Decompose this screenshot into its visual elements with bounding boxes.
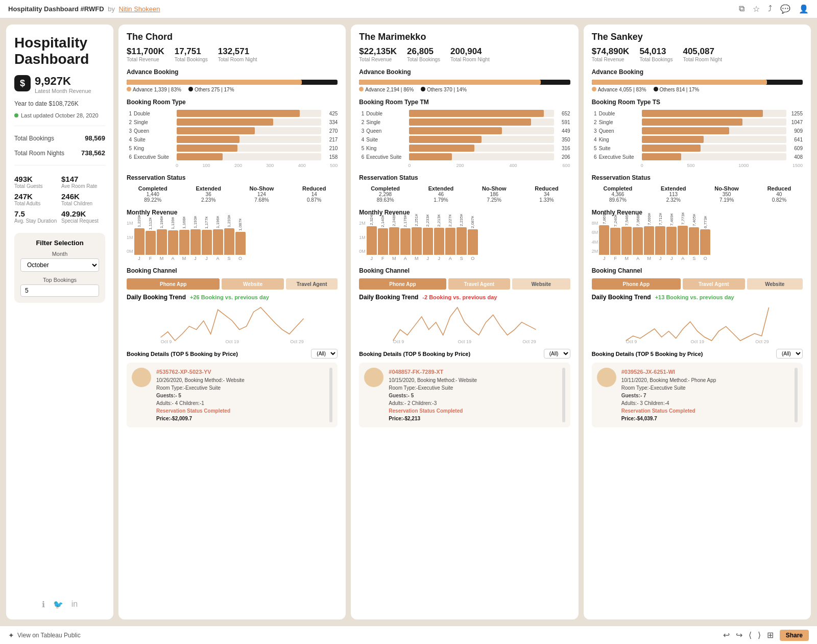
advance-booking-title: Advance Booking [359,68,570,76]
res-status-title: Resservation Status [592,174,803,181]
revenue-value: 9,927K [35,75,91,88]
ave-room-rate: $147 Ave Room Rate [61,175,105,189]
advance-booking-title: Advance Booking [127,68,338,76]
main-area: HospitalityDashboard $ 9,927K Latest Mon… [0,18,817,626]
author-link[interactable]: Nitin Shokeen [119,5,160,13]
total-room-nights-row: Total Room Nights 738,562 [14,148,105,158]
month-select[interactable]: October January February March April May… [20,258,99,272]
top-bar: Hospitality Dashboard #RWFD by Nitin Sho… [0,0,817,18]
advance-booking-bar: Advance 1,339 | 83% Others 275 | 17% [127,80,338,92]
total-children: 246K Total Children [61,192,105,206]
updated-label: Last updated October 28, 2020 [14,112,105,118]
svg-text:Oct 19: Oct 19 [690,339,704,343]
fwd-btn[interactable]: ⟩ [758,630,761,640]
share-icon[interactable]: ⤴ [768,4,772,14]
ytd-label: Year to date $108,726K [14,100,105,107]
top-bookings-label: Top Bookings [20,277,99,283]
share-button[interactable]: Share [780,630,809,641]
svg-text:Oct 29: Oct 29 [755,339,769,343]
star-icon[interactable]: ☆ [753,4,760,14]
booking-details-header: Booking Details (TOP 5 Booking by Price)… [592,349,803,359]
more-options[interactable]: ⊞ [767,630,774,640]
booking-id: #535762-XP-5023-YV [156,368,324,376]
res-status-title: Resservation Status [359,174,570,181]
monthly-revenue-chart: 2M1M0M2,324K J2,140K F2,248K M2,176K A2,… [359,220,570,261]
scroll-indicator[interactable] [562,368,565,422]
panel-sankey: The Sankey$74,890KTotal Revenue54,013Tot… [584,25,811,619]
svg-text:Oct 19: Oct 19 [225,339,239,343]
panels-area: The Chord$11,700KTotal Revenue17,751Tota… [118,25,811,619]
comment-icon[interactable]: 💬 [780,4,790,14]
room-type-row: 4 Suite 217 [127,136,338,143]
grid-stats: 493K Total Guests $147 Ave Room Rate 247… [14,175,105,224]
room-type-chart: 1 Double 6522 Single 5913 Queen 4494 Sui… [359,110,570,168]
dollar-icon: $ [14,75,31,91]
svg-text:Oct 29: Oct 29 [290,339,304,343]
divider-2 [14,165,105,165]
info-icon[interactable]: ℹ [42,600,45,609]
total-guests: 493K Total Guests [14,175,58,189]
room-type-row: 6 Executive Suite 408 [592,153,803,160]
daily-trend-chart: Oct 9 Oct 19 Oct 29 [359,305,570,345]
channel-bar-item: Phone App [359,278,446,290]
top-bar-icons: ⧉ ☆ ⤴ 💬 👤 [739,4,809,14]
room-type-row: 3 Queen 449 [359,127,570,134]
tableau-link-wrap[interactable]: ✦ View on Tableau Public [8,631,81,639]
user-icon[interactable]: 👤 [799,4,809,14]
scroll-indicator[interactable] [795,368,798,422]
booking-detail-select[interactable]: (All) [311,349,338,359]
room-type-row: 6 Executive Suite 158 [127,153,338,160]
twitter-icon[interactable]: 🐦 [53,600,63,609]
channel-bar-item: Phone App [592,278,681,290]
booking-avatar [597,368,616,387]
res-status-row: Completed 4,366 89.67%Extended 113 2.32%… [592,185,803,203]
room-type-row: 4 Suite 350 [359,136,570,143]
filter-title: Filter Selection [20,239,99,247]
panel-chord: The Chord$11,700KTotal Revenue17,751Tota… [118,25,346,619]
daily-trend-chart: Oct 9 Oct 19 Oct 29 [592,305,803,345]
booking-channel-bars: Phone AppWebsiteTravel Agent [127,278,338,290]
revenue-label: Latest Month Revenue [35,88,91,94]
room-type-row: 1 Double 1255 [592,110,803,117]
tableau-icon: ✦ [8,631,14,639]
booking-detail-select[interactable]: (All) [776,349,803,359]
room-type-row: 2 Single 591 [359,118,570,126]
channel-bar-item: Website [747,278,803,290]
sidebar: HospitalityDashboard $ 9,927K Latest Mon… [6,25,113,619]
advance-booking-bar: Advance 2,194 | 86% Others 370 | 14% [359,80,570,92]
panel-title-chord: The Chord [127,32,338,42]
booking-card: #039526-JX-6251-WI 10/11/2020, Booking M… [592,363,803,427]
back-btn[interactable]: ⟨ [749,630,752,640]
booking-details-header: Booking Details (TOP 5 Booking by Price)… [359,349,570,359]
duplicate-icon[interactable]: ⧉ [739,4,744,14]
bottom-right: ↩ ↪ ⟨ ⟩ ⊞ Share [723,630,809,641]
room-type-row: 1 Double 425 [127,110,338,117]
top-bookings-input[interactable] [20,284,99,297]
top-bar-title: Hospitality Dashboard #RWFD by Nitin Sho… [8,5,160,13]
divider-1 [14,126,105,126]
svg-text:Oct 19: Oct 19 [458,339,472,343]
room-type-row: 5 King 316 [359,145,570,152]
advance-booking-bar: Advance 4,055 | 83% Others 814 | 17% [592,80,803,92]
linkedin-icon[interactable]: in [71,600,78,609]
kpi-row: $22,135KTotal Revenue26,805Total Booking… [359,46,570,62]
kpi-row: $74,890KTotal Revenue54,013Total Booking… [592,46,803,62]
undo-btn[interactable]: ↩ [723,630,730,640]
booking-price: Price:-$2,213 [389,415,557,422]
total-bookings-row: Total Bookings 98,569 [14,133,105,143]
res-status-title: Resservation Status [127,174,338,181]
booking-status: Reservation Status Completed [156,407,324,415]
panel-title-sankey: The Sankey [592,32,803,42]
room-type-title: Booking Room Type TM [359,99,570,106]
booking-detail-select[interactable]: (All) [544,349,570,359]
room-type-chart: 1 Double 12552 Single 10473 Queen 9094 K… [592,110,803,168]
redo-btn[interactable]: ↪ [736,630,742,640]
booking-avatar [364,368,383,387]
tableau-label[interactable]: View on Tableau Public [17,632,81,639]
booking-details-header: Booking Details (TOP 5 Booking by Price)… [127,349,338,359]
booking-channel-title: Booking Channel [127,267,338,274]
svg-text:Oct 9: Oct 9 [393,339,404,343]
scroll-indicator[interactable] [329,368,332,422]
res-status-row: Completed 1,440 89.22%Extended 36 2.23%N… [127,185,338,203]
channel-bar-item: Website [222,278,284,290]
